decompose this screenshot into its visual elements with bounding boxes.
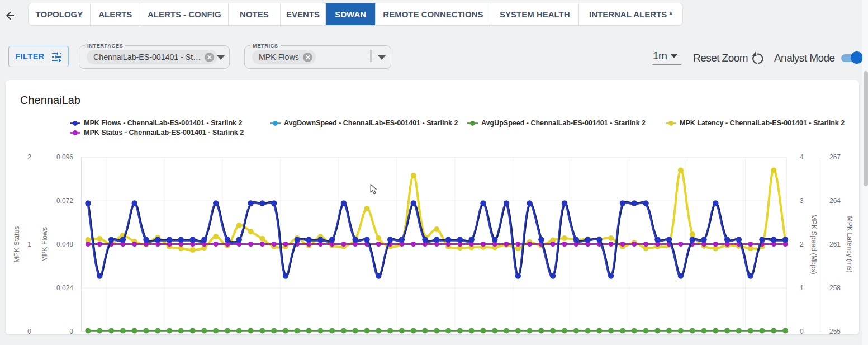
svg-text:261: 261 — [829, 240, 841, 248]
svg-text:MPK Latency (ms): MPK Latency (ms) — [846, 216, 853, 272]
svg-text:0.048: 0.048 — [56, 240, 73, 248]
svg-text:0: 0 — [27, 328, 31, 335]
svg-text:264: 264 — [829, 197, 841, 205]
svg-text:0.024: 0.024 — [56, 284, 73, 292]
svg-text:4: 4 — [800, 153, 804, 161]
svg-text:267: 267 — [829, 153, 841, 161]
svg-text:2: 2 — [800, 240, 804, 248]
svg-text:MPK Flows: MPK Flows — [41, 227, 49, 262]
svg-text:2: 2 — [27, 153, 31, 161]
svg-text:MPK Speed (Mbps): MPK Speed (Mbps) — [810, 214, 818, 274]
svg-text:258: 258 — [829, 284, 841, 292]
svg-text:0.096: 0.096 — [56, 153, 73, 161]
svg-text:0: 0 — [800, 328, 804, 335]
svg-text:MPK Status: MPK Status — [13, 226, 21, 263]
svg-text:0: 0 — [69, 328, 73, 335]
svg-text:255: 255 — [829, 328, 841, 335]
svg-text:1: 1 — [800, 284, 804, 292]
svg-text:0.072: 0.072 — [56, 197, 73, 205]
svg-text:1: 1 — [27, 240, 31, 248]
svg-text:3: 3 — [800, 197, 804, 205]
